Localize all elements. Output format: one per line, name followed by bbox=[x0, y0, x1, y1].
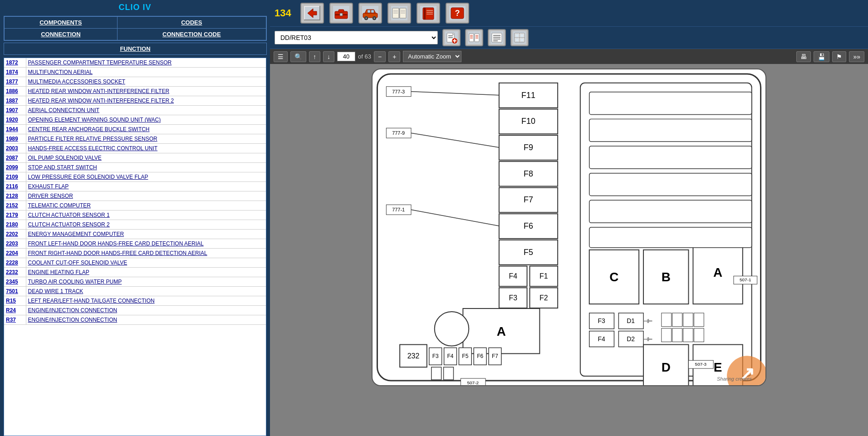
list-item[interactable]: 2152TELEMATIC COMPUTER bbox=[4, 201, 266, 211]
list-item[interactable]: 2109LOW PRESSURE EGR SOLENOID VALVE FLAP bbox=[4, 172, 266, 182]
help-icon-btn[interactable]: ? bbox=[446, 3, 469, 24]
page-up-button[interactable]: ↑ bbox=[309, 51, 320, 62]
list-item[interactable]: 2345TURBO AIR COOLING WATER PUMP bbox=[4, 277, 266, 287]
list-item[interactable]: 2003HANDS-FREE ACCESS ELECTRIC CONTROL U… bbox=[4, 144, 266, 153]
svg-rect-155 bbox=[589, 119, 752, 142]
svg-text:D: D bbox=[662, 360, 671, 374]
svg-rect-144 bbox=[683, 328, 693, 342]
print-button[interactable]: 🖶 bbox=[796, 51, 811, 62]
svg-text:F5: F5 bbox=[524, 248, 533, 257]
component-label: PASSENGER COMPARTMENT TEMPERATURE SENSOR bbox=[26, 58, 266, 68]
list-item[interactable]: 2202ENERGY MANAGEMENT COMPUTER bbox=[4, 230, 266, 239]
component-label: EXHAUST FLAP bbox=[26, 182, 266, 191]
components-button[interactable]: COMPONENTS bbox=[4, 16, 117, 29]
list-item[interactable]: 1874MULTIFUNCTION AERIAL bbox=[4, 68, 266, 77]
codes-button[interactable]: CODES bbox=[117, 16, 266, 29]
list-item[interactable]: 1877MULTIMEDIA ACCESSORIES SOCKET bbox=[4, 77, 266, 87]
list-item[interactable]: 1989PARTICLE FILTER RELATIVE PRESSURE SE… bbox=[4, 134, 266, 144]
component-code: 2152 bbox=[4, 201, 26, 211]
svg-rect-32 bbox=[424, 8, 426, 20]
car-icon bbox=[362, 6, 378, 20]
component-tbody: 1872PASSENGER COMPARTMENT TEMPERATURE SE… bbox=[4, 58, 266, 325]
page-down-button[interactable]: ↓ bbox=[323, 51, 334, 62]
component-label: TELEMATIC COMPUTER bbox=[26, 201, 266, 211]
bookmark-button[interactable]: ⚑ bbox=[832, 51, 846, 62]
download-button[interactable]: 💾 bbox=[814, 51, 829, 62]
svg-rect-67 bbox=[520, 34, 524, 37]
svg-rect-145 bbox=[694, 328, 704, 342]
list-item[interactable]: 2179CLUTCH ACTUATOR SENSOR 1 bbox=[4, 211, 266, 220]
svg-text:D1: D1 bbox=[627, 317, 635, 324]
component-code: R37 bbox=[4, 315, 26, 325]
pdf-content: F11 F10 F9 F8 F7 F6 F5 bbox=[270, 64, 868, 436]
list-item[interactable]: 2232ENGINE HEATING FLAP bbox=[4, 268, 266, 277]
svg-text:F10: F10 bbox=[521, 117, 535, 126]
component-list: 1872PASSENGER COMPARTMENT TEMPERATURE SE… bbox=[4, 58, 266, 436]
list-icon bbox=[490, 31, 503, 44]
book-red-icon bbox=[420, 6, 436, 20]
component-label: HEATED REAR WINDOW ANTI-INTERFERENCE FIL… bbox=[26, 87, 266, 96]
component-code: 1886 bbox=[4, 87, 26, 96]
list-item[interactable]: 2228COOLANT CUT-OFF SOLENOID VALVE bbox=[4, 258, 266, 268]
list-item[interactable]: 2116EXHAUST FLAP bbox=[4, 182, 266, 191]
svg-rect-157 bbox=[589, 173, 752, 196]
zoom-out-button[interactable]: − bbox=[374, 51, 386, 62]
svg-point-104 bbox=[435, 312, 469, 346]
svg-text:F6: F6 bbox=[524, 221, 533, 230]
svg-text:E: E bbox=[714, 360, 722, 374]
sidebar-toggle-button[interactable]: ☰ bbox=[274, 51, 288, 62]
list-item[interactable]: 2087OIL PUMP SOLENOID VALVE bbox=[4, 153, 266, 163]
list-item[interactable]: R37ENGINE/INJECTION CONNECTION bbox=[4, 315, 266, 325]
list-item[interactable]: R15LEFT REAR/LEFT-HAND TAILGATE CONNECTI… bbox=[4, 296, 266, 306]
svg-text:F11: F11 bbox=[521, 91, 535, 100]
list-item[interactable]: 1887HEATED REAR WINDOW ANTI-INTERFERENCE… bbox=[4, 96, 266, 106]
nav-table: COMPONENTS CODES CONNECTION CONNECTION C… bbox=[4, 16, 267, 41]
list-item[interactable]: 1920OPENING ELEMENT WARNING SOUND UNIT (… bbox=[4, 115, 266, 125]
zoom-select[interactable]: Automatic Zoom 50% 75% 100% 125% 150% 20… bbox=[403, 51, 461, 62]
list-icon-btn[interactable] bbox=[488, 29, 506, 46]
component-code: 1877 bbox=[4, 77, 26, 87]
grid-icon-btn[interactable] bbox=[510, 29, 529, 46]
svg-rect-15 bbox=[371, 10, 374, 13]
component-code: 2202 bbox=[4, 230, 26, 239]
list-item[interactable]: 1872PASSENGER COMPARTMENT TEMPERATURE SE… bbox=[4, 58, 266, 68]
list-item[interactable]: 7501DEAD WIRE 1 TRACK bbox=[4, 287, 266, 296]
list-item[interactable]: 1944CENTRE REAR ANCHORAGE BUCKLE SWITCH bbox=[4, 125, 266, 134]
page-number-input[interactable]: 40 bbox=[337, 52, 355, 61]
svg-rect-142 bbox=[662, 328, 672, 342]
car-icon-btn[interactable] bbox=[358, 3, 382, 24]
svg-rect-143 bbox=[672, 328, 682, 342]
svg-rect-159 bbox=[589, 227, 752, 248]
svg-text:F3: F3 bbox=[598, 317, 605, 324]
arrow-left-icon-btn[interactable] bbox=[300, 3, 324, 24]
book-open-icon-btn[interactable] bbox=[387, 3, 411, 24]
zoom-in-button[interactable]: + bbox=[388, 51, 400, 62]
list-item[interactable]: 1907AERIAL CONNECTION UNIT bbox=[4, 106, 266, 115]
svg-rect-118 bbox=[444, 367, 454, 380]
document-selector[interactable]: DD/RET03 bbox=[275, 31, 438, 44]
svg-text:?: ? bbox=[455, 9, 460, 18]
svg-text:507-3: 507-3 bbox=[695, 362, 707, 367]
component-label: ENGINE/INJECTION CONNECTION bbox=[26, 315, 266, 325]
list-item[interactable]: 2128DRIVER SENSOR bbox=[4, 191, 266, 201]
connection-button[interactable]: CONNECTION bbox=[4, 29, 117, 41]
book-red-icon-btn[interactable] bbox=[417, 3, 440, 24]
component-code: 2228 bbox=[4, 258, 26, 268]
list-item[interactable]: R24ENGINE/INJECTION CONNECTION bbox=[4, 306, 266, 315]
expand-button[interactable]: »» bbox=[849, 51, 864, 62]
function-button[interactable]: FUNCTION bbox=[4, 43, 267, 55]
toolbox-icon-btn[interactable] bbox=[329, 3, 353, 24]
svg-text:F6: F6 bbox=[477, 353, 483, 359]
list-item[interactable]: 2203FRONT LEFT-HAND DOOR HANDS-FREE CARD… bbox=[4, 239, 266, 249]
search-button[interactable]: 🔍 bbox=[290, 51, 306, 62]
component-label: DEAD WIRE 1 TRACK bbox=[26, 287, 266, 296]
component-label: ENGINE HEATING FLAP bbox=[26, 268, 266, 277]
add-doc-icon-btn[interactable] bbox=[442, 29, 461, 46]
connection-code-button[interactable]: CONNECTION CODE bbox=[117, 29, 266, 41]
list-item[interactable]: 2099STOP AND START SWITCH bbox=[4, 163, 266, 172]
list-item[interactable]: 2180CLUTCH ACTUATOR SENSOR 2 bbox=[4, 220, 266, 230]
list-item[interactable]: 2204FRONT RIGHT-HAND DOOR HANDS-FREE CAR… bbox=[4, 249, 266, 258]
book-view-icon-btn[interactable] bbox=[465, 29, 483, 46]
component-label: HEATED REAR WINDOW ANTI-INTERFERENCE FIL… bbox=[26, 96, 266, 106]
list-item[interactable]: 1886HEATED REAR WINDOW ANTI-INTERFERENCE… bbox=[4, 87, 266, 96]
